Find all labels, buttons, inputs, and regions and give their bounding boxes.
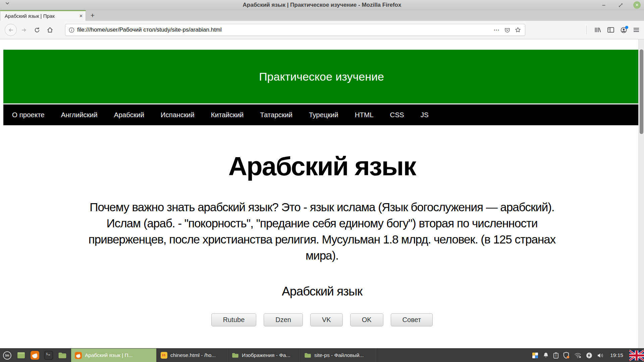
nav-link-tatar[interactable]: Татарский: [260, 111, 292, 119]
site-info-icon[interactable]: [69, 27, 74, 33]
reload-button[interactable]: [31, 24, 43, 36]
window-controls: – ✕: [600, 0, 641, 10]
minimize-button[interactable]: –: [600, 1, 608, 9]
account-icon[interactable]: [621, 27, 627, 33]
intro-paragraph-line: Почему важно знать арабский язык? Это - …: [0, 199, 644, 215]
toolbar-separator: [586, 26, 587, 34]
toolbar-right-icons: [586, 26, 639, 34]
power-bolt-icon[interactable]: [586, 352, 592, 359]
firefox-icon: [75, 352, 82, 359]
scrollbar-thumb[interactable]: [640, 49, 643, 134]
intro-paragraph-line: приверженцев, после христианства религия…: [0, 231, 644, 247]
social-button-sovet[interactable]: Совет: [391, 313, 433, 326]
files-launcher-icon[interactable]: [58, 352, 67, 359]
social-button-rutube[interactable]: Rutube: [211, 313, 257, 326]
color-squares-icon[interactable]: [532, 352, 538, 359]
url-bar-icons: •••: [494, 27, 521, 33]
intro-paragraph-line: Ислам (араб. - "покорность", "предание с…: [0, 215, 644, 231]
site-nav: О проекте Английский Арабский Испанский …: [3, 104, 640, 125]
maximize-button[interactable]: [616, 1, 625, 9]
svg-text:!: !: [555, 354, 556, 358]
nav-link-css[interactable]: CSS: [390, 111, 404, 119]
taskbar-tasks: Арабский язык | П... chinese.html - /ho.…: [71, 349, 376, 362]
window-titlebar: Арабский язык | Практическое изучение - …: [0, 0, 644, 10]
url-bar[interactable]: file:///home/user/Рабочий стол/study/sit…: [65, 24, 525, 36]
task-button-file-manager-siteps[interactable]: site-ps - Файловый...: [300, 349, 376, 362]
social-button-vk[interactable]: VK: [310, 313, 343, 326]
window-title: Арабский язык | Практическое изучение - …: [0, 2, 644, 8]
page-scrollbar[interactable]: [638, 39, 644, 348]
task-title: Арабский язык | П...: [85, 352, 133, 358]
browser-toolbar: file:///home/user/Рабочий стол/study/sit…: [0, 21, 644, 39]
task-title: site-ps - Файловый...: [314, 352, 364, 358]
terminal-launcher-icon[interactable]: [44, 351, 53, 360]
pocket-icon[interactable]: [504, 27, 510, 33]
tab-bar: Арабский язык | Прак ✕ +: [0, 10, 644, 21]
volume-icon[interactable]: [597, 353, 604, 358]
taskbar-launchers: [0, 349, 71, 362]
nav-link-english[interactable]: Английский: [61, 111, 98, 119]
nav-link-arabic[interactable]: Арабский: [114, 111, 144, 119]
new-tab-button[interactable]: +: [86, 10, 99, 21]
site-title: Практическое изучение: [259, 70, 384, 83]
nav-link-spanish[interactable]: Испанский: [161, 111, 195, 119]
page-title: Арабский язык: [0, 152, 644, 181]
clipboard-alert-icon[interactable]: !: [553, 352, 558, 359]
notification-dot: [625, 26, 628, 29]
task-button-file-manager-images[interactable]: Изображения - Фа...: [228, 349, 300, 362]
show-desktop-button[interactable]: [17, 351, 25, 360]
text-editor-icon: [161, 352, 167, 359]
task-title: Изображения - Фа...: [242, 352, 290, 358]
nav-link-turkish[interactable]: Турецкий: [309, 111, 338, 119]
tab-close-icon[interactable]: ✕: [79, 13, 83, 18]
nav-link-html[interactable]: HTML: [355, 111, 374, 119]
menu-hamburger-icon[interactable]: [633, 27, 639, 33]
forward-button[interactable]: [18, 24, 30, 36]
nav-link-about[interactable]: О проекте: [12, 111, 45, 119]
shield-status-icon[interactable]: [563, 352, 570, 359]
back-button[interactable]: [5, 24, 17, 36]
task-button-firefox[interactable]: Арабский язык | П...: [71, 349, 157, 362]
taskbar-clock[interactable]: 19:15: [610, 352, 623, 358]
library-icon[interactable]: [594, 27, 601, 33]
keyboard-layout-flag-icon[interactable]: [629, 349, 644, 362]
intro-paragraph-line: мира).: [0, 247, 644, 264]
nav-link-js[interactable]: JS: [421, 111, 429, 119]
task-title: chinese.html - /ho...: [170, 352, 216, 358]
mint-menu-button[interactable]: [3, 351, 12, 360]
task-button-text-editor[interactable]: chinese.html - /ho...: [157, 349, 228, 362]
bookmark-star-icon[interactable]: [515, 27, 521, 33]
taskbar: Арабский язык | П... chinese.html - /ho.…: [0, 348, 644, 362]
page-content: Практическое изучение О проекте Английск…: [0, 39, 644, 348]
tab-title: Арабский язык | Прак: [5, 13, 77, 19]
firefox-launcher-icon[interactable]: [31, 351, 39, 360]
home-button[interactable]: [44, 24, 56, 36]
nav-link-chinese[interactable]: Китайский: [211, 111, 244, 119]
sidebar-icon[interactable]: [607, 27, 614, 33]
page-actions-icon[interactable]: •••: [494, 28, 500, 32]
browser-tab-active[interactable]: Арабский язык | Прак ✕: [0, 10, 86, 21]
system-tray: ! 19:15: [532, 349, 644, 362]
notifications-bell-icon[interactable]: [543, 352, 549, 358]
folder-icon: [232, 352, 239, 358]
social-button-ok[interactable]: OK: [350, 313, 383, 326]
url-text[interactable]: file:///home/user/Рабочий стол/study/sit…: [77, 27, 494, 33]
social-buttons-row: Rutube Dzen VK OK Совет: [0, 313, 644, 326]
close-button[interactable]: ✕: [633, 1, 641, 9]
folder-icon: [304, 352, 311, 358]
site-header-banner: Практическое изучение: [3, 50, 640, 103]
wifi-disconnected-icon[interactable]: [574, 353, 581, 358]
page-subheading: Арабский язык: [0, 284, 644, 299]
intro-paragraph: Почему важно знать арабский язык? Это - …: [0, 199, 644, 264]
social-button-dzen[interactable]: Dzen: [264, 313, 303, 326]
